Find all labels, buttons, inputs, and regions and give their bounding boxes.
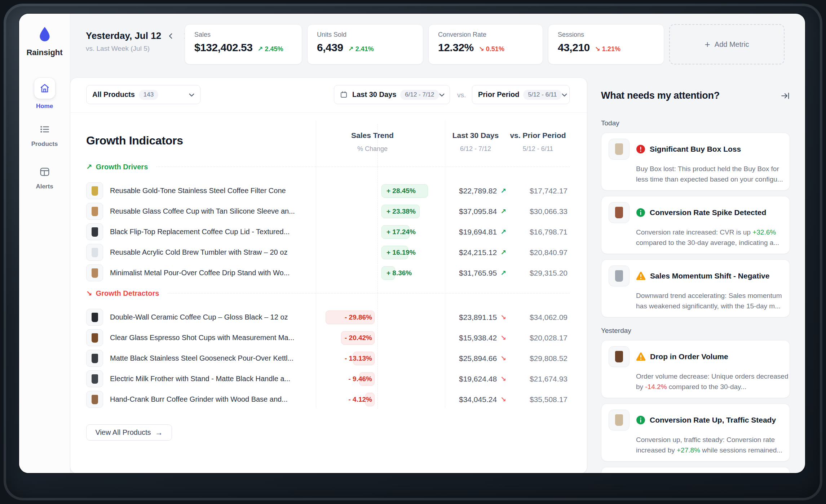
- app-window: Rainsight Home Products Alerts Yesterday…: [19, 14, 805, 473]
- metric-value: 12.32%: [438, 41, 474, 54]
- table-row[interactable]: Black Flip-Top Replacement Coffee Cup Li…: [86, 222, 570, 242]
- product-filter-label: All Products: [92, 90, 135, 99]
- trend-pct: + 16.19%: [387, 249, 416, 257]
- date-range-badge: 6/12 - 7/12: [400, 90, 439, 100]
- current-value: $23,891.15: [459, 313, 497, 322]
- metric-card-conversion-rate[interactable]: Conversion Rate 12.32% ↘0.51%: [428, 24, 543, 64]
- table-row[interactable]: Reusable Gold-Tone Stainless Steel Coffe…: [86, 180, 570, 201]
- product-thumbnail: [86, 329, 103, 346]
- add-metric-button[interactable]: + Add Metric: [669, 24, 785, 64]
- section-label: Growth Detractors: [96, 289, 159, 298]
- product-name: Hand-Crank Burr Coffee Grinder with Wood…: [110, 395, 288, 403]
- table-row[interactable]: Electric Milk Frother with Stand - Matte…: [86, 369, 570, 389]
- attention-card[interactable]: Sales Momentum Shift - Negative: [601, 467, 790, 473]
- metric-card-sales[interactable]: Sales $132,402.53 ↗2.45%: [185, 24, 302, 64]
- trend-down-icon: ↘: [500, 395, 506, 403]
- vs-label: vs.: [457, 91, 466, 99]
- info-circle-icon: [636, 208, 645, 217]
- product-thumbnail: [609, 410, 630, 431]
- product-thumbnail: [86, 370, 103, 387]
- trend-up-icon: ↗: [500, 187, 506, 195]
- metric-label: Sales: [194, 31, 292, 39]
- prior-value: $30,066.33: [530, 207, 567, 216]
- metric-value: 43,210: [558, 41, 590, 54]
- date-range-dropdown[interactable]: Last 30 Days 6/12 - 7/12: [334, 85, 450, 104]
- product-filter-dropdown[interactable]: All Products 143: [86, 85, 200, 104]
- attention-panel: What needs my attention? Today Significa…: [601, 90, 790, 473]
- sidebar-item-label: Home: [36, 103, 53, 110]
- metric-label: Conversion Rate: [438, 31, 533, 39]
- product-name: Reusable Acrylic Cold Brew Tumbler with …: [110, 248, 287, 257]
- sidebar-item-home[interactable]: Home: [19, 78, 70, 110]
- trend-down-icon: ↘: [500, 354, 506, 362]
- table-row[interactable]: Reusable Glass Coffee Cup with Tan Silic…: [86, 201, 570, 222]
- collapse-panel-icon[interactable]: [781, 91, 790, 101]
- add-metric-label: Add Metric: [715, 40, 749, 49]
- product-thumbnail: [86, 223, 103, 240]
- trend-up-icon: ↗: [500, 207, 506, 215]
- table-row[interactable]: Minimalist Metal Pour-Over Coffee Drip S…: [86, 263, 570, 283]
- date-title: Yesterday, Jul 12: [86, 30, 161, 41]
- current-value: $22,789.82: [459, 187, 497, 195]
- compare-period-dropdown[interactable]: Prior Period 5/12 - 6/11: [472, 85, 570, 104]
- trend-pct: + 17.24%: [387, 228, 416, 236]
- attention-card-title: Conversion Rate Spike Detected: [650, 208, 766, 217]
- product-thumbnail: [86, 309, 103, 326]
- attention-card[interactable]: Sales Momentum Shift - Negative Downward…: [601, 259, 790, 317]
- growth-detractors-section: ↘ Growth Detractors Double-Wall Ceramic …: [86, 288, 570, 410]
- attention-card[interactable]: Conversion Rate Up, Traffic Steady Conve…: [601, 403, 790, 461]
- trend-pct: - 29.86%: [345, 313, 372, 321]
- attention-card[interactable]: Conversion Rate Spike Detected Conversio…: [601, 196, 790, 254]
- table-row[interactable]: Double-Wall Ceramic Coffee Cup – Gloss B…: [86, 307, 570, 327]
- metric-delta: ↗2.41%: [348, 45, 374, 53]
- metric-card-units-sold[interactable]: Units Sold 6,439 ↗2.41%: [307, 24, 423, 64]
- current-value: $15,938.42: [459, 334, 497, 342]
- prior-value: $17,742.17: [530, 187, 567, 195]
- arrow-right-icon: →: [155, 428, 163, 437]
- trend-up-icon: ↗: [86, 162, 92, 171]
- attention-card-title: Conversion Rate Up, Traffic Steady: [650, 416, 776, 424]
- product-thumbnail: [609, 139, 630, 160]
- metric-value: $132,402.53: [194, 41, 252, 54]
- metric-label: Units Sold: [317, 31, 414, 39]
- view-all-label: View All Products: [95, 428, 151, 437]
- column-header-trend: Sales Trend % Change: [300, 131, 445, 153]
- plus-icon: +: [705, 40, 710, 49]
- attention-card[interactable]: Significant Buy Box Loss Buy Box lost: T…: [601, 133, 790, 191]
- product-thumbnail: [609, 202, 630, 223]
- table-row[interactable]: Matte Black Stainless Steel Gooseneck Po…: [86, 348, 570, 369]
- home-icon: [34, 78, 55, 99]
- prior-value: $29,808.52: [530, 354, 567, 363]
- brand-name: Rainsight: [19, 48, 70, 57]
- page-title: Growth Indicators: [86, 134, 300, 147]
- metric-delta: ↗2.45%: [257, 45, 283, 53]
- prior-value: $20,028.17: [530, 334, 567, 342]
- table-header: Growth Indicators Sales Trend % Change L…: [86, 131, 570, 153]
- product-thumbnail: [609, 346, 630, 367]
- product-name: Reusable Gold-Tone Stainless Steel Coffe…: [110, 187, 286, 195]
- chevron-left-icon[interactable]: [166, 31, 176, 41]
- column-header-current: Last 30 Days 6/12 - 7/12: [445, 131, 506, 153]
- chevron-down-icon: [562, 90, 567, 99]
- table-row[interactable]: Reusable Acrylic Cold Brew Tumbler with …: [86, 242, 570, 263]
- attention-card[interactable]: Drop in Order Volume Order volume decrea…: [601, 340, 790, 398]
- trend-down-icon: ↘: [500, 313, 506, 321]
- sidebar-item-alerts[interactable]: Alerts: [19, 166, 70, 190]
- group-label-yesterday: Yesterday: [601, 327, 790, 335]
- product-name: Matte Black Stainless Steel Gooseneck Po…: [110, 354, 293, 362]
- table-row[interactable]: Hand-Crank Burr Coffee Grinder with Wood…: [86, 389, 570, 410]
- trend-down-icon: ↘: [86, 289, 92, 298]
- chevron-down-icon: [189, 90, 194, 99]
- attention-card-title: Sales Momentum Shift - Negative: [650, 272, 769, 280]
- prior-value: $35,508.17: [530, 395, 567, 404]
- view-all-products-button[interactable]: View All Products →: [86, 424, 172, 441]
- trend-up-icon: ↗: [500, 228, 506, 236]
- growth-drivers-header: ↗ Growth Drivers: [86, 161, 570, 172]
- compare-period-label: Prior Period: [478, 90, 519, 99]
- product-thumbnail: [86, 182, 103, 199]
- attention-card-description: Conversion rate increased: CVR is up +32…: [636, 227, 792, 248]
- date-navigator: Yesterday, Jul 12 vs. Last Week (Jul 5): [86, 30, 190, 53]
- sidebar-item-products[interactable]: Products: [19, 124, 70, 148]
- table-row[interactable]: Clear Glass Espresso Shot Cups with Meas…: [86, 327, 570, 348]
- metric-card-sessions[interactable]: Sessions 43,210 ↘1.21%: [548, 24, 664, 64]
